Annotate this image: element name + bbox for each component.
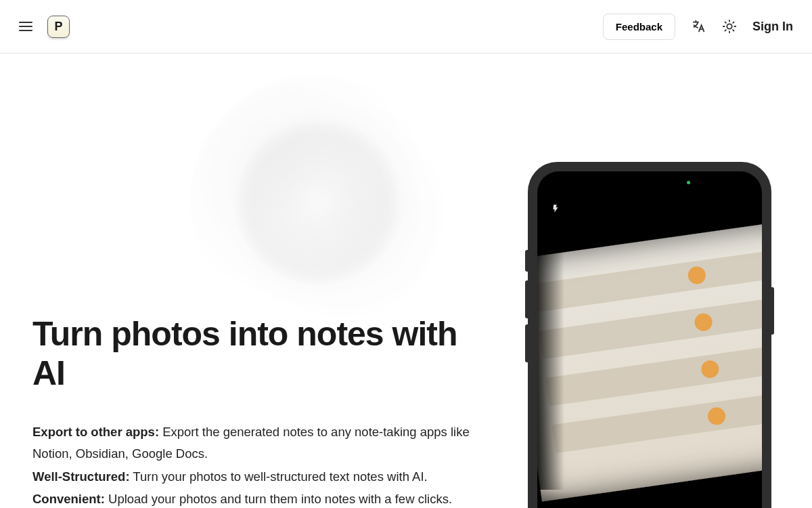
hero-section: Turn photos into notes with AI Export to… (0, 54, 812, 508)
menu-icon[interactable] (19, 22, 32, 31)
svg-point-0 (727, 24, 731, 28)
language-icon[interactable] (690, 18, 706, 35)
feature-line: Well-Structured: Turn your photos to wel… (32, 466, 479, 488)
header-left: P (19, 16, 70, 38)
header-bar: P Feedback Sign In (0, 0, 812, 54)
phone-button-icon (771, 287, 774, 335)
feature-line: Convenient: Upload your photos and turn … (32, 488, 479, 508)
header-right: Feedback Sign In (603, 14, 793, 40)
phone-button-icon (525, 280, 528, 318)
feedback-button[interactable]: Feedback (603, 14, 675, 40)
background-decoration (189, 74, 447, 331)
hero-title: Turn photos into notes with AI (32, 314, 479, 393)
phone-screen (537, 171, 762, 508)
camera-indicator-icon (687, 181, 690, 184)
hero-content: Turn photos into notes with AI Export to… (32, 314, 479, 508)
phone-button-icon (525, 324, 528, 362)
logo-badge[interactable]: P (47, 16, 70, 38)
feature-line: Export to other apps: Export the generat… (32, 421, 479, 465)
signin-link[interactable]: Sign In (752, 20, 793, 34)
feature-list: Export to other apps: Export the generat… (32, 421, 479, 508)
camera-document-preview (537, 221, 762, 502)
phone-mockup (528, 162, 771, 508)
flash-icon (551, 204, 560, 215)
logo-letter: P (54, 20, 62, 34)
phone-button-icon (525, 250, 528, 272)
theme-icon[interactable] (721, 18, 738, 35)
